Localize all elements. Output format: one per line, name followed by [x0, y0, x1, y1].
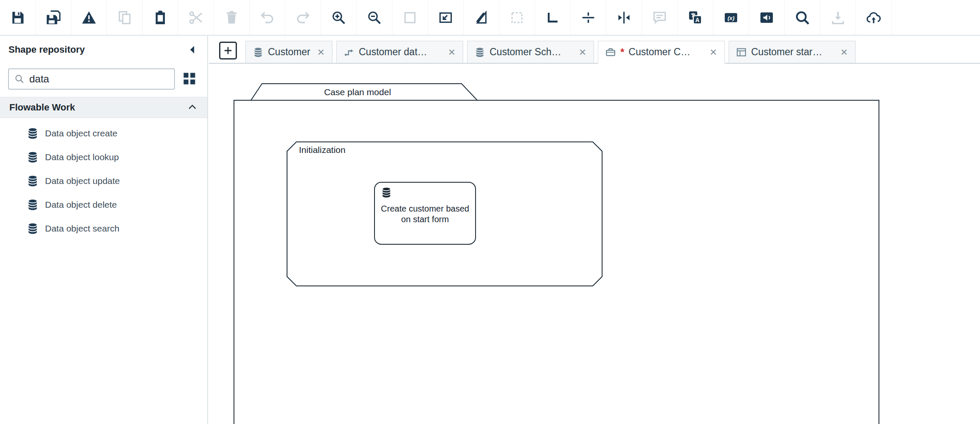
corner-align-button[interactable] — [535, 0, 571, 35]
cut-button[interactable] — [178, 0, 214, 35]
save-button[interactable] — [0, 0, 36, 35]
save-as-icon — [45, 10, 61, 25]
svg-text:A: A — [695, 16, 699, 23]
save-icon — [10, 10, 25, 25]
shape-repository-header: Shape repository — [0, 36, 207, 61]
redo-button[interactable] — [285, 0, 321, 35]
save-as-button[interactable] — [36, 0, 71, 35]
process-icon — [344, 47, 355, 58]
fit-screen-button[interactable] — [428, 0, 464, 35]
validate-button[interactable] — [71, 0, 107, 35]
fit-screen-icon — [438, 10, 453, 25]
section-label: Flowable Work — [9, 102, 75, 113]
trash-icon — [224, 10, 239, 25]
translate-icon: A — [687, 10, 703, 25]
database-icon — [253, 47, 264, 58]
stage-label: Initialization — [299, 145, 346, 155]
zoom-out-button[interactable] — [357, 0, 392, 35]
square-icon — [402, 10, 418, 25]
shape-item-data-object-create[interactable]: Data object create — [0, 122, 207, 145]
case-plan-model-label: Case plan model — [285, 87, 430, 97]
shape-item-label: Data object search — [45, 223, 119, 234]
case-icon — [605, 47, 616, 58]
actual-size-button[interactable] — [392, 0, 428, 35]
section-flowable-work[interactable]: Flowable Work — [0, 97, 207, 118]
shape-item-label: Data object update — [45, 176, 120, 186]
diagram-canvas[interactable]: Case plan model Initialization Create cu… — [209, 64, 980, 424]
task-label: Create customer based on start form — [378, 204, 472, 225]
expressions-button[interactable]: (x) — [713, 0, 749, 35]
zoom-in-icon — [331, 10, 346, 25]
find-button[interactable] — [785, 0, 820, 35]
paste-button[interactable] — [143, 0, 178, 35]
add-tab-button[interactable] — [219, 42, 237, 59]
undo-button[interactable] — [250, 0, 285, 35]
shape-item-label: Data object create — [45, 128, 117, 139]
tab-close-button[interactable]: × — [840, 46, 848, 58]
dashed-select-icon — [509, 10, 525, 25]
toolbar: A (x) — [0, 0, 980, 36]
warning-triangle-icon — [81, 10, 97, 25]
pen-ruler-button[interactable] — [464, 0, 499, 35]
align-middle-button[interactable] — [571, 0, 606, 35]
svg-text:(x): (x) — [727, 15, 734, 21]
download-button[interactable] — [820, 0, 856, 35]
tab-customer-case[interactable]: * Customer C… × — [598, 41, 725, 64]
shape-item-data-object-update[interactable]: Data object update — [0, 169, 207, 193]
tab-close-button[interactable]: × — [709, 46, 718, 58]
shape-item-label: Data object lookup — [45, 152, 119, 162]
corner-icon — [545, 10, 560, 25]
zoom-in-button[interactable] — [321, 0, 357, 35]
shape-item-label: Data object delete — [45, 200, 117, 210]
grid-view-button[interactable] — [182, 71, 198, 87]
database-icon — [380, 187, 392, 198]
collapse-sidebar-button[interactable] — [188, 44, 199, 55]
task-create-customer[interactable]: Create customer based on start form — [375, 182, 476, 244]
tab-customer-data[interactable]: Customer dat… × — [336, 41, 463, 64]
tab-close-button[interactable]: × — [578, 46, 587, 58]
shape-search-box — [8, 68, 175, 90]
tab-close-button[interactable]: × — [448, 46, 456, 58]
multi-select-button[interactable] — [499, 0, 535, 35]
scissors-icon — [188, 10, 204, 25]
database-icon — [26, 198, 39, 211]
delete-button[interactable] — [214, 0, 250, 35]
shape-search-input[interactable] — [29, 73, 169, 85]
shape-repository-panel: Shape repository Flowable Work Data obje… — [0, 36, 208, 424]
copy-button[interactable] — [107, 0, 143, 35]
database-icon — [26, 175, 39, 187]
chevron-up-icon — [187, 102, 198, 113]
align-middle-icon — [580, 10, 596, 25]
editor-area: Customer × Customer dat… × Customer Sch…… — [209, 36, 980, 424]
tab-customer-schema[interactable]: Customer Sch… × — [467, 41, 594, 64]
tab-close-button[interactable]: × — [317, 46, 325, 58]
grid-icon — [182, 71, 197, 86]
shape-item-data-object-delete[interactable]: Data object delete — [0, 193, 207, 217]
shape-item-data-object-lookup[interactable]: Data object lookup — [0, 145, 207, 169]
audio-button[interactable] — [749, 0, 785, 35]
translations-button[interactable]: A — [678, 0, 713, 35]
unsaved-marker: * — [620, 46, 624, 58]
tab-customer-start[interactable]: Customer star… × — [729, 41, 856, 64]
copy-icon — [117, 10, 132, 25]
database-icon — [26, 151, 39, 164]
search-icon — [14, 73, 25, 85]
align-center-icon — [616, 10, 632, 25]
plus-icon — [222, 45, 234, 57]
audio-icon — [759, 10, 774, 25]
comment-bubble-icon — [652, 10, 667, 25]
database-icon — [474, 47, 485, 58]
tab-customer[interactable]: Customer × — [245, 41, 332, 64]
shape-repository-title: Shape repository — [8, 44, 85, 55]
shape-item-data-object-search[interactable]: Data object search — [0, 217, 207, 240]
chevron-left-icon — [188, 44, 199, 55]
redo-icon — [295, 10, 311, 25]
cloud-upload-button[interactable] — [856, 0, 892, 35]
align-center-button[interactable] — [606, 0, 642, 35]
expression-icon: (x) — [723, 10, 739, 25]
undo-icon — [259, 10, 275, 25]
database-icon — [26, 222, 39, 235]
comments-button[interactable] — [642, 0, 678, 35]
shape-search-row — [0, 61, 207, 97]
tab-bar: Customer × Customer dat… × Customer Sch…… — [209, 36, 980, 64]
